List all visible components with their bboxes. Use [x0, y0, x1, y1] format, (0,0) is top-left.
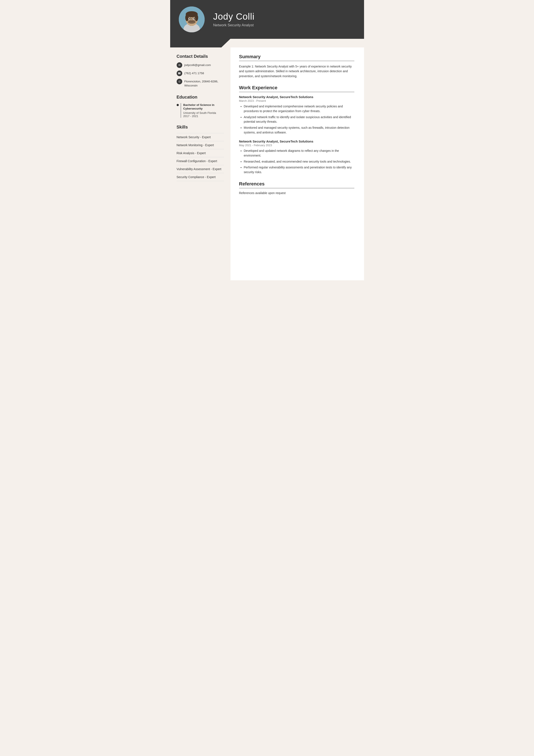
references-text: References available upon request	[239, 191, 354, 195]
edu-bullet	[177, 104, 179, 106]
job-dates: May 2021 - February 2023	[239, 144, 354, 147]
education-item: Bachelor of Science in Cybersecurity Uni…	[177, 103, 224, 118]
contact-address: Florencioton, 20840-8286, Wisconsin	[184, 79, 218, 88]
skill-item: Vulnerability Assessment - Expert	[177, 165, 224, 173]
job-bullet-item: Developed and implemented comprehensive …	[244, 104, 354, 113]
job-title: Network Security Analyst, SecureTech Sol…	[239, 140, 354, 143]
job-bullets: Developed and implemented comprehensive …	[239, 104, 354, 135]
contact-address-item: ⊙ Florencioton, 20840-8286, Wisconsin	[177, 79, 224, 88]
job-bullet-item: Analyzed network traffic to identify and…	[244, 115, 354, 124]
chevron-left	[170, 39, 231, 47]
phone-icon: ☎	[177, 70, 182, 76]
job-bullet-item: Monitored and managed security systems, …	[244, 125, 354, 135]
location-icon: ⊙	[177, 79, 182, 84]
email-icon: ✉	[177, 62, 182, 68]
header: Jody Colli Network Security Analyst	[170, 0, 364, 39]
skills-section-title: Skills	[177, 125, 224, 130]
skill-item: Security Compliance - Expert	[177, 173, 224, 181]
work-experience-title: Work Experience	[239, 85, 354, 92]
contact-email: jodycolli@gmail.com	[184, 62, 211, 67]
jobs-list: Network Security Analyst, SecureTech Sol…	[239, 95, 354, 175]
chevron-decoration	[170, 39, 364, 47]
edu-content: Bachelor of Science in Cybersecurity Uni…	[181, 103, 224, 118]
svg-point-10	[193, 18, 195, 19]
job-block-0: Network Security Analyst, SecureTech Sol…	[239, 95, 354, 135]
contact-section: Contact Details ✉ jodycolli@gmail.com ☎ …	[177, 54, 224, 88]
contact-phone: (762) 471 1758	[184, 70, 204, 75]
job-bullets: Developed and updated network diagrams t…	[239, 148, 354, 175]
job-title: Network Security Analyst, SecureTech Sol…	[239, 95, 354, 99]
candidate-title: Network Security Analyst	[213, 23, 255, 27]
skill-item: Risk Analysis - Expert	[177, 149, 224, 157]
edu-degree: Bachelor of Science in Cybersecurity	[183, 103, 224, 111]
summary-text: Example 1: Network Security Analyst with…	[239, 64, 354, 78]
work-experience-section: Work Experience Network Security Analyst…	[239, 85, 354, 175]
skill-item: Network Security - Expert	[177, 133, 224, 141]
summary-section: Summary Example 1: Network Security Anal…	[239, 54, 354, 78]
job-bullet-item: Developed and updated network diagrams t…	[244, 148, 354, 158]
header-text: Jody Colli Network Security Analyst	[213, 12, 255, 27]
avatar	[179, 7, 205, 32]
main-layout: Contact Details ✉ jodycolli@gmail.com ☎ …	[170, 47, 364, 280]
edu-school: University of South Florida	[183, 111, 224, 115]
contact-section-title: Contact Details	[177, 54, 224, 59]
skills-section: Skills Network Security - ExpertNetwork …	[177, 125, 224, 181]
summary-title: Summary	[239, 54, 354, 61]
references-title: References	[239, 181, 354, 188]
job-dates: March 2023 - Present	[239, 99, 354, 102]
edu-years: 2017 - 2021	[183, 115, 224, 118]
education-section-title: Education	[177, 94, 224, 100]
chevron-right	[231, 39, 364, 47]
references-section: References References available upon req…	[239, 181, 354, 195]
email-link[interactable]: jodycolli@gmail.com	[184, 64, 211, 67]
job-block-1: Network Security Analyst, SecureTech Sol…	[239, 140, 354, 175]
svg-point-9	[189, 18, 191, 19]
skill-item: Network Monitoring - Expert	[177, 141, 224, 149]
contact-phone-item: ☎ (762) 471 1758	[177, 70, 224, 76]
education-section: Education Bachelor of Science in Cyberse…	[177, 94, 224, 118]
main-content: Summary Example 1: Network Security Anal…	[231, 47, 364, 280]
skill-item: Firewall Configuration - Expert	[177, 157, 224, 165]
skills-list: Network Security - ExpertNetwork Monitor…	[177, 133, 224, 181]
sidebar: Contact Details ✉ jodycolli@gmail.com ☎ …	[170, 47, 231, 280]
candidate-name: Jody Colli	[213, 12, 255, 22]
job-bullet-item: Researched, evaluated, and recommended n…	[244, 159, 354, 164]
job-bullet-item: Performed regular vulnerability assessme…	[244, 165, 354, 175]
contact-email-item: ✉ jodycolli@gmail.com	[177, 62, 224, 68]
